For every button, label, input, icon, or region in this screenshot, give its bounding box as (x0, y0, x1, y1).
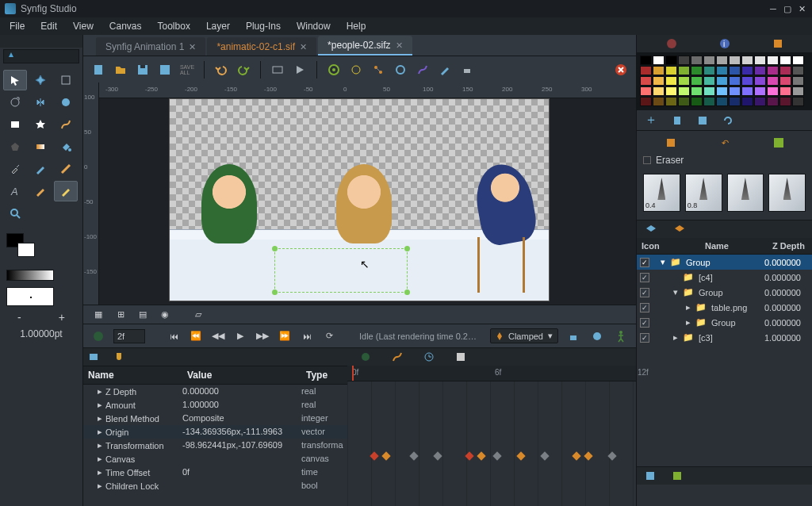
param-row[interactable]: ▸Children Lockbool (83, 479, 347, 493)
palette-swatch[interactable] (653, 66, 665, 75)
palette-paste-icon[interactable] (672, 115, 683, 126)
palette-swatch[interactable] (716, 56, 728, 65)
palette-swatch[interactable] (703, 76, 715, 86)
loop-icon[interactable]: ⟳ (321, 328, 337, 344)
close-icon[interactable]: ✕ (189, 42, 196, 52)
visibility-checkbox[interactable]: ✓ (640, 333, 649, 343)
layers-tab-icon[interactable] (645, 224, 657, 235)
circle-tool[interactable] (54, 92, 78, 113)
doc-tab-1[interactable]: Synfig Animation 1✕ (96, 37, 205, 56)
expand-icon[interactable]: ▸ (672, 332, 680, 343)
fill-color[interactable] (17, 243, 35, 257)
palette-swatch[interactable] (754, 66, 766, 75)
timetrack-tab-icon[interactable] (360, 351, 371, 362)
palette-swatch[interactable] (741, 86, 753, 96)
render-icon[interactable] (269, 61, 286, 79)
layer-row[interactable]: ✓ ▾ 📁 Group0.000000 (637, 285, 812, 300)
canvas-viewport[interactable]: ↖ (99, 98, 636, 305)
polygon-tool[interactable] (3, 136, 27, 157)
eyedropper-tool[interactable] (3, 159, 27, 179)
animate-man-icon[interactable] (612, 328, 630, 345)
brush-undo-icon[interactable]: ↶ (722, 138, 729, 148)
palette-swatch[interactable] (678, 66, 690, 75)
keyframe-lock-icon[interactable] (565, 328, 582, 345)
transform-tool[interactable] (3, 70, 27, 90)
palette-swatch[interactable] (703, 86, 715, 96)
palette-swatch[interactable] (716, 97, 728, 106)
star-tool[interactable] (29, 114, 52, 135)
menu-canvas[interactable]: Canvas (103, 19, 148, 33)
palette-swatch[interactable] (678, 97, 690, 106)
layer-row[interactable]: ✓ ▾ 📁 Group0.000000 (637, 255, 812, 270)
low-res-icon[interactable]: ▱ (190, 306, 207, 324)
palette-swatch[interactable] (754, 86, 766, 96)
selection-box[interactable] (274, 248, 408, 293)
smooth-move-tool[interactable] (29, 70, 52, 90)
palette-swatch[interactable] (741, 56, 753, 65)
palette-swatch[interactable] (792, 76, 804, 86)
seek-start-icon[interactable]: ⏮ (166, 328, 182, 344)
pt-increase[interactable]: + (59, 311, 65, 324)
spline-tool[interactable] (54, 114, 78, 135)
menu-toolbox[interactable]: Toolbox (151, 19, 197, 33)
brush-preset[interactable] (768, 174, 806, 212)
palette-swatch[interactable] (716, 76, 728, 86)
palette-swatch[interactable] (729, 86, 741, 96)
palette-swatch[interactable] (691, 76, 703, 86)
palette-swatch[interactable] (767, 97, 779, 106)
cutout-tool[interactable] (54, 181, 78, 201)
palette-swatch[interactable] (716, 86, 728, 96)
brush-preset[interactable]: 0.8 (685, 174, 722, 212)
param-row[interactable]: ▸Origin-134.369356px,-111.9963vector (83, 425, 347, 439)
palette-swatch[interactable] (741, 76, 753, 86)
palette-swatch[interactable] (691, 66, 703, 75)
palette-swatch[interactable] (640, 76, 652, 86)
palette-swatch[interactable] (741, 66, 753, 75)
close-canvas-icon[interactable] (612, 61, 630, 79)
eraser-pref-icon[interactable] (458, 61, 476, 79)
doc-tab-3[interactable]: *people-02.sifz✕ (318, 36, 412, 56)
palette-save-icon[interactable] (697, 115, 708, 126)
palette-swatch[interactable] (703, 97, 715, 106)
play-icon[interactable]: ▶ (232, 328, 248, 344)
param-row[interactable]: ▸Transformation-98.962441px,-107.69609tr… (83, 439, 347, 452)
history-tab-icon[interactable] (423, 351, 435, 362)
col-type[interactable]: Type (301, 366, 347, 384)
palette-swatch[interactable] (767, 66, 779, 75)
palette-swatch[interactable] (665, 66, 677, 75)
sketch-tool[interactable] (29, 159, 52, 179)
canvas-browser-tab-icon[interactable] (673, 224, 686, 235)
open-file-icon[interactable] (112, 61, 129, 79)
menu-file[interactable]: File (3, 19, 31, 33)
param-row[interactable]: ▸Time Offset0ftime (83, 466, 347, 479)
metadata-tab-icon[interactable] (672, 470, 683, 481)
palette-swatch[interactable] (678, 76, 690, 86)
palette-swatch[interactable] (792, 66, 804, 75)
skeleton-icon[interactable] (370, 61, 387, 79)
menu-layer[interactable]: Layer (200, 19, 236, 33)
palette-swatch[interactable] (716, 66, 728, 75)
info-tab-icon[interactable]: i (718, 37, 731, 50)
preview-icon[interactable] (291, 61, 308, 79)
interpolation-dropdown[interactable]: Clamped ▾ (490, 328, 558, 343)
width-tool[interactable] (54, 159, 78, 179)
palette-swatch[interactable] (729, 66, 741, 75)
text-tool[interactable]: A (3, 181, 27, 201)
rectangle-tool[interactable] (3, 114, 27, 135)
zoom-tool[interactable] (3, 203, 27, 224)
menu-edit[interactable]: Edit (34, 19, 63, 33)
col-name[interactable]: Name (83, 366, 182, 384)
expand-icon[interactable]: ▸ (684, 302, 692, 312)
brush-save-icon[interactable] (774, 138, 783, 148)
guides-toggle-icon[interactable]: ▤ (134, 306, 151, 324)
rotate-tool[interactable] (3, 92, 27, 113)
keyframes-tab-icon[interactable] (113, 351, 124, 362)
brush-preset[interactable]: 0.4 (643, 174, 680, 212)
param-row[interactable]: ▸Z Depth0.000000real (83, 385, 347, 398)
expand-icon[interactable]: ▾ (659, 257, 667, 267)
palette-refresh-icon[interactable] (722, 115, 733, 126)
palette-swatch[interactable] (703, 66, 715, 75)
save-as-icon[interactable] (156, 61, 174, 79)
palette-swatch[interactable] (653, 76, 665, 86)
seek-fwd-icon[interactable]: ▶▶ (255, 328, 270, 344)
